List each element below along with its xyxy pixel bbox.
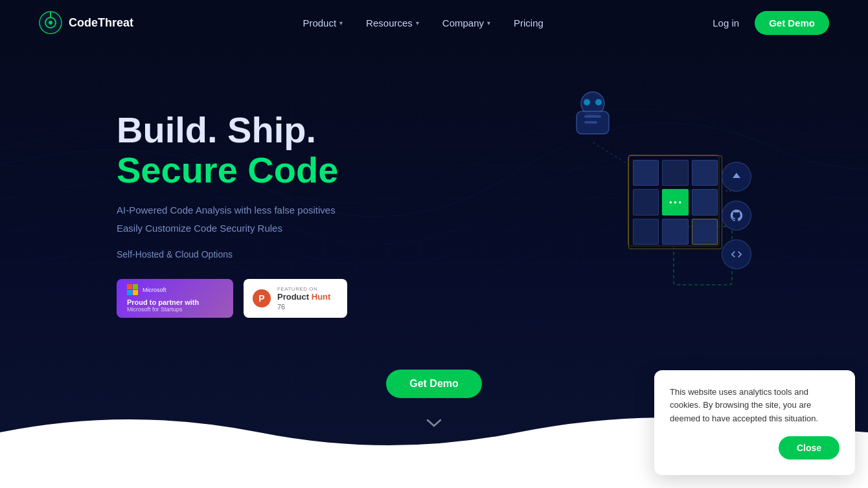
login-button[interactable]: Log in [713,17,739,28]
hero-title-line1: Build. Ship. [117,110,347,150]
microsoft-badge[interactable]: Microsoft Proud to partner with Microsof… [117,279,233,318]
navbar: CodeThreat Product ▾ Resources ▾ Company… [0,0,868,45]
grid-cell-1 [633,160,659,186]
side-icon-group [722,162,751,269]
producthunt-badge[interactable]: P FEATURED ON Product Hunt 76 [244,279,347,318]
nav-item-company[interactable]: Company ▾ [442,17,490,28]
logo-icon [39,11,62,34]
get-demo-nav-button[interactable]: Get Demo [755,11,829,35]
code-grid: ● ● ● [628,155,722,249]
side-icon-code[interactable] [722,239,751,269]
hero-subtitle-1: AI-Powered Code Analysis with less false… [117,203,347,218]
grid-cell-8 [662,219,688,245]
producthunt-icon: P [253,289,271,307]
side-icon-github[interactable] [722,201,751,230]
github-icon [729,208,744,223]
side-icon-arrow[interactable] [722,162,751,192]
resources-chevron-icon: ▾ [416,19,419,27]
grid-cell-active: ● ● ● [662,189,688,215]
grid-cell-3 [692,160,718,186]
ph-text-area: FEATURED ON Product Hunt 76 [277,286,330,311]
hero-content: Build. Ship. Secure Code AI-Powered Code… [0,45,868,357]
microsoft-logo-icon [127,284,139,296]
hero-subtitle-2: Easily Customize Code Security Rules [117,221,347,236]
nav-actions: Log in Get Demo [713,11,829,35]
ph-vote-count: 76 [277,303,330,311]
source-code-icon [730,248,743,261]
logo[interactable]: CodeThreat [39,11,133,34]
cookie-banner: This website uses analytics tools and co… [654,370,855,475]
svg-rect-6 [127,290,132,295]
grid-cell-9 [692,219,718,245]
svg-rect-4 [127,284,132,289]
cookie-message: This website uses analytics tools and co… [670,386,839,426]
svg-rect-5 [133,284,138,289]
nav-item-resources[interactable]: Resources ▾ [366,17,419,28]
ph-product-hunt-text: Product Hunt [277,292,330,302]
get-demo-hero-button[interactable]: Get Demo [386,370,482,398]
cookie-close-button[interactable]: Close [779,436,839,460]
partner-badges: Microsoft Proud to partner with Microsof… [117,279,347,318]
hero-visualization: ● ● ● [505,91,751,317]
ms-partner-line2: Microsoft for Startups [127,306,223,313]
svg-point-2 [49,21,52,25]
arrow-up-icon [730,170,743,183]
product-chevron-icon: ▾ [339,19,343,27]
grid-cell-4 [633,189,659,215]
hero-text-block: Build. Ship. Secure Code AI-Powered Code… [117,84,347,318]
scroll-down-arrow [426,416,442,431]
nav-menu: Product ▾ Resources ▾ Company ▾ Pricing [303,17,543,28]
nav-item-product[interactable]: Product ▾ [303,17,343,28]
hero-self-hosted: Self-Hosted & Cloud Options [117,249,347,260]
brand-name: CodeThreat [69,16,133,30]
nav-item-pricing[interactable]: Pricing [514,17,543,28]
ms-logo-text: Microsoft [143,287,166,293]
company-chevron-icon: ▾ [487,19,490,27]
grid-cell-2 [662,160,688,186]
grid-cell-7 [633,219,659,245]
hero-title-line2: Secure Code [117,150,347,190]
ms-partner-line1: Proud to partner with [127,298,223,306]
grid-cell-6 [692,189,718,215]
svg-rect-7 [133,290,138,295]
ph-featured-label: FEATURED ON [277,286,330,292]
